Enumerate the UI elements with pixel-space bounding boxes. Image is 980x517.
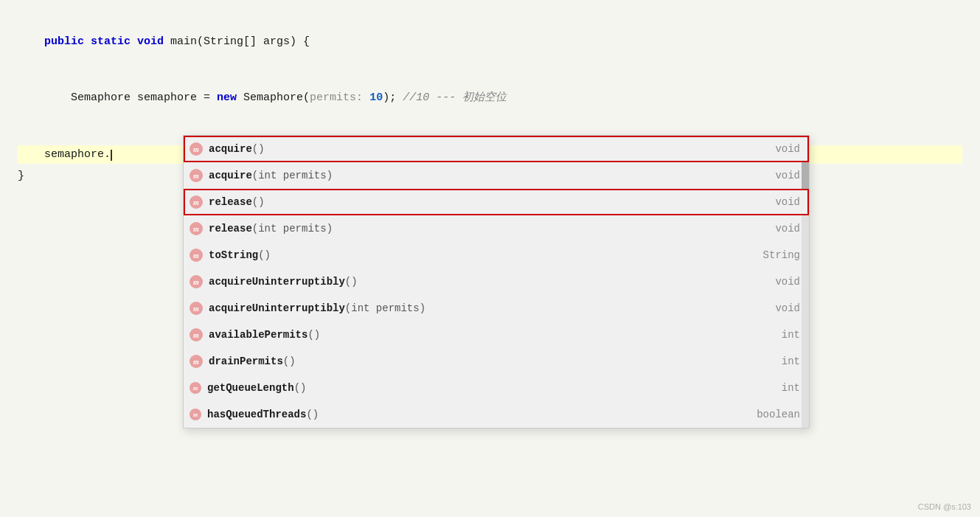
- code-line-1: public static void main(String[] args) {: [18, 13, 962, 70]
- method-icon-release-int: m: [190, 222, 203, 235]
- autocomplete-item-availablepermits[interactable]: m availablePermits() int: [184, 322, 809, 348]
- autocomplete-item-release-no-params[interactable]: m release() void: [184, 189, 809, 215]
- autocomplete-dropdown[interactable]: m acquire() void m acquire(int permits) …: [183, 135, 810, 428]
- return-type-availablepermits: int: [741, 329, 800, 341]
- return-type-getqueuelength: int: [741, 382, 800, 394]
- autocomplete-item-acquireuninterruptibly-int[interactable]: m acquireUninterruptibly(int permits) vo…: [184, 295, 809, 322]
- comment-initial: //10 --- 初始空位: [403, 91, 507, 104]
- keyword-static: static: [91, 35, 131, 48]
- autocomplete-item-hasqueuedthreads[interactable]: m hasQueuedThreads() boolean: [184, 401, 809, 428]
- return-type-release-int: void: [741, 223, 800, 235]
- return-type-acquireuninterruptibly: void: [741, 276, 800, 288]
- method-icon-acquireuninterruptibly: m: [190, 275, 203, 288]
- keyword-public: public: [44, 35, 84, 48]
- code-line-2: Semaphore semaphore = new Semaphore(perm…: [18, 70, 962, 127]
- method-icon-getqueuelength: m: [190, 382, 201, 394]
- method-icon-tostring: m: [190, 249, 203, 262]
- method-name-acquire-int: acquire(int permits): [209, 170, 741, 181]
- method-name-release-int: release(int permits): [209, 223, 741, 235]
- return-type-drainpermits: int: [741, 355, 800, 367]
- method-name-release: release(): [209, 196, 741, 208]
- autocomplete-item-tostring[interactable]: m toString() String: [184, 242, 809, 268]
- watermark: CSDN @s:103: [918, 502, 971, 511]
- return-type-release: void: [741, 196, 800, 208]
- text-cursor: [111, 150, 112, 161]
- return-type-hasqueuedthreads: boolean: [741, 409, 800, 420]
- return-type-tostring: String: [741, 249, 800, 261]
- autocomplete-item-drainpermits[interactable]: m drainPermits() int: [184, 348, 809, 375]
- autocomplete-item-acquireuninterruptibly[interactable]: m acquireUninterruptibly() void: [184, 268, 809, 295]
- number-10: 10: [369, 91, 383, 104]
- autocomplete-item-acquire-no-params[interactable]: m acquire() void: [184, 136, 809, 162]
- method-name-availablepermits: availablePermits(): [209, 329, 741, 341]
- method-name-acquireuninterruptibly: acquireUninterruptibly(): [209, 276, 741, 288]
- return-type-acquire: void: [741, 143, 800, 155]
- method-icon-acquire-int: m: [190, 169, 203, 182]
- method-name-tostring: toString(): [209, 249, 741, 261]
- method-name-acquireuninterruptibly-int: acquireUninterruptibly(int permits): [209, 302, 741, 314]
- method-name-hasqueuedthreads: hasQueuedThreads(): [207, 409, 741, 420]
- method-name-acquire: acquire(): [209, 143, 741, 155]
- keyword-void: void: [137, 35, 164, 48]
- autocomplete-scrollbar[interactable]: [802, 136, 809, 428]
- autocomplete-item-acquire-int[interactable]: m acquire(int permits) void: [184, 162, 809, 189]
- keyword-new: new: [217, 91, 237, 104]
- method-icon-acquireuninterruptibly-int: m: [190, 302, 203, 315]
- method-icon-hasqueuedthreads: m: [190, 409, 201, 420]
- autocomplete-item-getqueuelength[interactable]: m getQueueLength() int: [184, 375, 809, 401]
- method-icon-release: m: [190, 195, 203, 209]
- param-hint-permits: permits:: [310, 91, 369, 104]
- method-icon-acquire: m: [190, 142, 203, 156]
- autocomplete-item-release-int[interactable]: m release(int permits) void: [184, 215, 809, 242]
- return-type-acquire-int: void: [741, 170, 800, 181]
- method-name-drainpermits: drainPermits(): [209, 355, 741, 367]
- method-icon-availablepermits: m: [190, 328, 203, 341]
- method-name-getqueuelength: getQueueLength(): [207, 382, 741, 394]
- method-icon-drainpermits: m: [190, 355, 203, 368]
- return-type-acquireuninterruptibly-int: void: [741, 302, 800, 314]
